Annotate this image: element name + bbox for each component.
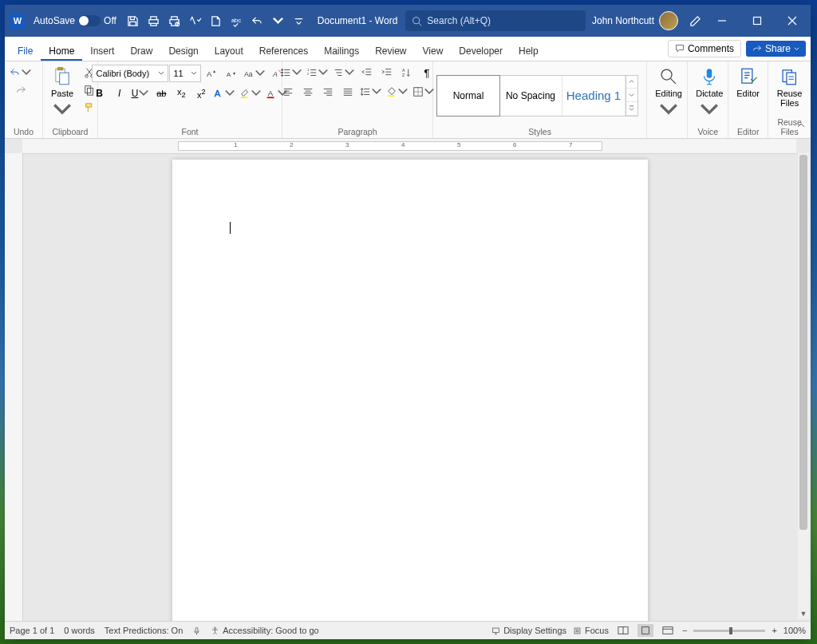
style-no-spacing[interactable]: No Spacing (499, 76, 562, 116)
status-dictation[interactable] (192, 626, 201, 635)
autosave-label: AutoSave (34, 15, 75, 26)
style-normal[interactable]: Normal (436, 75, 500, 117)
svg-text:A: A (272, 70, 278, 78)
tab-design[interactable]: Design (160, 41, 206, 61)
styles-down-button[interactable] (626, 89, 637, 102)
minimize-button[interactable] (705, 5, 739, 37)
decrease-indent-button[interactable] (357, 65, 377, 81)
style-heading-1[interactable]: Heading 1 (562, 76, 626, 116)
tab-mailings[interactable]: Mailings (316, 41, 367, 61)
svg-rect-28 (388, 95, 395, 97)
drawing-mode-button[interactable] (686, 12, 704, 30)
zoom-slider[interactable] (693, 630, 765, 632)
line-spacing-button[interactable] (358, 84, 384, 100)
spelling2-button[interactable]: abc (228, 12, 246, 30)
vertical-ruler[interactable] (5, 153, 23, 621)
status-accessibility[interactable]: Accessibility: Good to go (211, 626, 318, 635)
status-page[interactable]: Page 1 of 1 (10, 626, 54, 635)
dictate-button[interactable]: Dictate (691, 65, 728, 122)
search-box[interactable]: Search (Alt+Q) (405, 10, 586, 31)
multilevel-list-button[interactable] (331, 65, 357, 81)
tab-help[interactable]: Help (511, 41, 547, 61)
align-center-button[interactable] (298, 84, 318, 100)
strikethrough-button[interactable]: ab (152, 85, 171, 101)
status-words[interactable]: 0 words (64, 626, 95, 635)
tab-draw[interactable]: Draw (122, 41, 160, 61)
italic-button[interactable]: I (110, 85, 129, 101)
format-painter-button[interactable] (80, 100, 99, 116)
maximize-button[interactable] (740, 5, 774, 37)
highlight-button[interactable] (238, 85, 263, 101)
tab-file[interactable]: File (10, 41, 41, 61)
tab-references[interactable]: References (251, 41, 316, 61)
status-display-settings[interactable]: Display Settings (491, 626, 566, 635)
tab-layout[interactable]: Layout (207, 41, 251, 61)
sort-button[interactable]: AZ (397, 65, 416, 81)
customize-qat-button[interactable] (290, 12, 308, 30)
undo-button[interactable] (249, 12, 266, 30)
print-preview-button[interactable] (166, 12, 184, 30)
text-effects-button[interactable]: A (211, 85, 237, 101)
bold-button[interactable]: B (90, 85, 109, 101)
tab-insert[interactable]: Insert (82, 41, 122, 61)
status-text-predictions[interactable]: Text Predictions: On (105, 626, 183, 635)
underline-button[interactable]: U (130, 85, 152, 101)
tab-developer[interactable]: Developer (451, 41, 511, 61)
shading-button[interactable] (385, 84, 410, 100)
document-title: Document1 - Word (318, 15, 397, 26)
align-left-button[interactable] (278, 84, 298, 100)
paste-button[interactable]: Paste (46, 65, 78, 122)
shrink-font-button[interactable]: A▼ (222, 65, 241, 81)
undo-dropdown[interactable] (270, 12, 287, 30)
change-case-button[interactable]: Aa (242, 65, 267, 81)
document-page[interactable] (172, 160, 648, 621)
collapse-ribbon-button[interactable] (796, 121, 806, 133)
justify-button[interactable] (338, 84, 357, 100)
redo-button[interactable] (11, 82, 30, 98)
zoom-level[interactable]: 100% (783, 626, 806, 635)
view-web-layout-button[interactable] (660, 624, 676, 637)
font-name-select[interactable]: Calibri (Body) (92, 65, 168, 82)
grow-font-button[interactable]: A▲ (202, 65, 221, 81)
svg-point-21 (282, 69, 283, 71)
comments-button[interactable]: Comments (668, 40, 741, 57)
increase-indent-button[interactable] (377, 65, 397, 81)
zoom-out-button[interactable]: − (682, 626, 687, 635)
svg-text:2: 2 (307, 72, 310, 76)
status-focus[interactable]: Focus (573, 626, 609, 635)
spelling-button[interactable] (187, 12, 204, 30)
svg-point-2 (413, 17, 420, 23)
vertical-scrollbar[interactable]: ▲ ▼ (798, 153, 809, 619)
font-size-select[interactable]: 11 (169, 65, 201, 82)
autosave-toggle[interactable]: AutoSave Off (34, 15, 116, 26)
styles-more-button[interactable] (626, 102, 637, 116)
styles-up-button[interactable] (626, 76, 637, 89)
bullets-button[interactable] (278, 65, 304, 81)
subscript-button[interactable]: x2 (172, 85, 191, 101)
close-button[interactable] (776, 5, 809, 37)
tab-review[interactable]: Review (367, 41, 414, 61)
editing-button[interactable]: Editing (650, 65, 687, 122)
tab-home[interactable]: Home (41, 41, 82, 61)
numbering-button[interactable]: 12 (305, 65, 330, 81)
editor-button[interactable]: Editor (732, 65, 764, 100)
view-read-mode-button[interactable] (615, 624, 631, 637)
svg-text:A: A (227, 71, 231, 78)
superscript-button[interactable]: x2 (191, 85, 211, 101)
scroll-down-button[interactable]: ▼ (798, 608, 809, 619)
align-right-button[interactable] (318, 84, 337, 100)
zoom-in-button[interactable]: + (772, 626, 776, 635)
share-button[interactable]: Share (746, 41, 806, 57)
tab-view[interactable]: View (415, 41, 452, 61)
reuse-files-button[interactable]: Reuse Files (772, 65, 807, 109)
quick-print-button[interactable] (145, 12, 163, 30)
save-button[interactable] (124, 12, 142, 30)
svg-rect-38 (574, 628, 580, 634)
ribbon: Undo Paste Clipboard Ca (5, 61, 811, 139)
user-account[interactable]: John Northcutt (586, 11, 685, 30)
undo-ribbon-button[interactable] (8, 65, 34, 81)
scroll-thumb[interactable] (799, 155, 807, 530)
view-print-layout-button[interactable] (637, 624, 653, 637)
horizontal-ruler[interactable]: 1 2 3 4 5 6 7 (22, 139, 796, 154)
read-aloud-button[interactable] (207, 12, 225, 30)
